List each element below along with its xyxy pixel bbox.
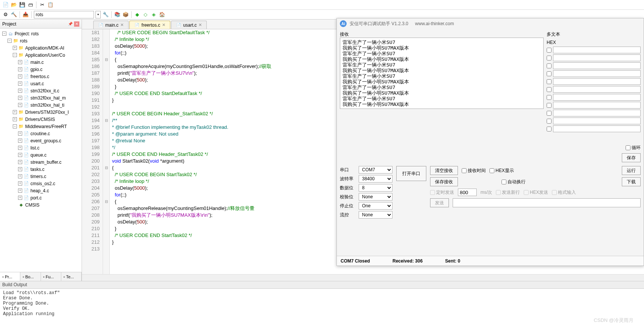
port-select[interactable]: COM7 (359, 166, 392, 174)
tree-node[interactable]: +📄croutine.c (0, 130, 82, 137)
tree-node[interactable]: +📁Application/MDK-AI (0, 44, 82, 51)
multi-hex-checkbox[interactable] (547, 79, 552, 84)
tree-toggle-icon[interactable]: + (18, 196, 22, 200)
tree-node[interactable]: +📄stream_buffer.c (0, 158, 82, 166)
rx-time-checkbox[interactable]: 接收时间 (462, 168, 486, 174)
tree-toggle-icon[interactable]: + (18, 181, 22, 186)
multi-hex-checkbox[interactable] (547, 127, 552, 131)
send-button[interactable]: 发送 (430, 198, 449, 207)
download-button[interactable]: 下载 (622, 177, 641, 186)
project-tab[interactable]: ▫Bo... (20, 272, 41, 281)
multi-text-input[interactable] (553, 47, 641, 53)
tree-toggle-icon[interactable]: + (18, 174, 22, 178)
multi-hex-checkbox[interactable] (547, 95, 552, 100)
books-icon[interactable]: 📚 (114, 11, 121, 18)
tree-node[interactable]: −🗂Project: rots (0, 30, 82, 37)
newline-checkbox[interactable]: 发送新行 (496, 189, 520, 196)
stop-icon[interactable]: ◈ (150, 11, 157, 18)
fold-column[interactable]: ⊟ ⊟ ⊟ ⊟ (103, 29, 110, 274)
multi-text-input[interactable] (553, 110, 641, 116)
hex-show-checkbox[interactable]: HEX显示 (489, 168, 514, 174)
multi-hex-checkbox[interactable] (547, 87, 552, 92)
editor-tab[interactable]: 📄usart.c✕ (171, 21, 207, 29)
save-icon[interactable]: 💾 (19, 2, 26, 8)
interval-input[interactable] (458, 189, 477, 196)
hex-send-checkbox[interactable]: HEX发送 (524, 189, 548, 196)
options-icon[interactable]: 🔧 (102, 11, 109, 18)
tree-node[interactable]: +📄heap_4.c (0, 187, 82, 194)
multi-hex-checkbox[interactable] (547, 63, 552, 68)
tree-node[interactable]: ◆CMSIS (0, 201, 82, 208)
tree-node[interactable]: −📁Application/User/Co (0, 51, 82, 59)
editor-tab[interactable]: 📄main.c✕ (93, 21, 129, 29)
step-icon[interactable]: ◇ (142, 11, 149, 18)
cut-icon[interactable]: ✂ (39, 2, 45, 8)
target-select[interactable] (34, 11, 94, 18)
build-icon[interactable]: ⚙ (2, 11, 9, 18)
open-icon[interactable]: 📂 (11, 2, 17, 8)
auto-wrap-checkbox[interactable]: 自动换行 (502, 179, 526, 185)
format-input-checkbox[interactable]: 格式输入 (552, 189, 576, 196)
multi-hex-checkbox[interactable] (547, 119, 552, 124)
tree-node[interactable]: +📄list.c (0, 144, 82, 151)
rebuild-icon[interactable]: 🔨 (11, 11, 17, 18)
send-input[interactable] (453, 198, 641, 207)
multi-hex-checkbox[interactable] (547, 111, 552, 116)
tree-node[interactable]: −📁rots (0, 37, 82, 44)
serial-tool-window[interactable]: Ai 安信可串口调试助手 V1.2.3.0 www.ai-thinker.com… (336, 18, 644, 266)
tree-node[interactable]: +📁Drivers/STM32F0xx_I (0, 109, 82, 116)
tree-node[interactable]: +📄main.c (0, 59, 82, 66)
pin-icon[interactable]: 📌 (68, 21, 73, 27)
tree-node[interactable]: +📄event_groups.c (0, 137, 82, 144)
tree-toggle-icon[interactable]: + (13, 117, 17, 121)
copy-icon[interactable]: 📋 (47, 2, 54, 8)
tree-node[interactable]: +📄gpio.c (0, 66, 82, 73)
multi-text-input[interactable] (553, 86, 641, 93)
multi-hex-checkbox[interactable] (547, 103, 552, 108)
tree-node[interactable]: +📄usart.c (0, 80, 82, 87)
tree-node[interactable]: −📁Middlewares/FreeRT (0, 123, 82, 130)
multi-save-button[interactable]: 保存 (622, 153, 641, 162)
close-icon[interactable]: ✕ (74, 21, 79, 27)
clear-rx-button[interactable]: 清空接收 (430, 166, 458, 175)
multi-text-input[interactable] (553, 125, 641, 132)
tree-toggle-icon[interactable]: + (18, 67, 22, 71)
tree-node[interactable]: +📄stm32f0xx_hal_m (0, 94, 82, 101)
flow-select[interactable]: None (359, 211, 392, 219)
tree-toggle-icon[interactable]: + (18, 89, 22, 93)
close-icon[interactable]: ✕ (199, 23, 202, 27)
tree-node[interactable]: +📄port.c (0, 194, 82, 201)
tree-toggle-icon[interactable]: + (18, 160, 22, 164)
manage-icon[interactable]: 📦 (122, 11, 129, 18)
tree-toggle-icon[interactable]: + (18, 139, 22, 143)
tree-toggle-icon[interactable]: + (18, 74, 22, 78)
tree-toggle-icon[interactable]: − (2, 32, 6, 36)
close-icon[interactable]: ✕ (120, 23, 124, 27)
tree-node[interactable]: +📁Drivers/CMSIS (0, 116, 82, 123)
project-tab[interactable]: ▫Te... (61, 272, 82, 281)
new-icon[interactable]: 📄 (2, 2, 9, 8)
saveall-icon[interactable]: 🗃 (27, 2, 34, 8)
tree-toggle-icon[interactable]: + (18, 131, 22, 136)
tree-toggle-icon[interactable]: + (18, 60, 22, 64)
multi-text-input[interactable] (553, 70, 641, 77)
tree-node[interactable]: +📄timers.c (0, 173, 82, 180)
run-button[interactable]: 运行 (622, 166, 641, 175)
save-rx-button[interactable]: 保存接收 (430, 177, 458, 186)
databits-select[interactable]: 8 (359, 184, 392, 192)
multi-text-input[interactable] (553, 62, 641, 69)
tree-toggle-icon[interactable]: + (18, 96, 22, 100)
build-output-text[interactable]: Load "rots\\rots.axf" Erase Done. Progra… (0, 289, 644, 326)
target-dropdown-icon[interactable]: ▾ (95, 11, 101, 18)
tree-toggle-icon[interactable]: − (8, 39, 12, 43)
multi-text-input[interactable] (553, 94, 641, 101)
stopbits-select[interactable]: One (359, 202, 392, 210)
loop-checkbox[interactable]: 循环 (626, 145, 641, 151)
run-icon[interactable]: ◆ (134, 11, 141, 18)
baud-select[interactable]: 38400 (359, 175, 392, 183)
tree-toggle-icon[interactable]: + (13, 110, 17, 114)
multi-text-input[interactable] (553, 54, 641, 61)
tree-toggle-icon[interactable]: + (13, 46, 17, 50)
parity-select[interactable]: None (359, 193, 392, 201)
tree-toggle-icon[interactable]: + (18, 189, 22, 193)
